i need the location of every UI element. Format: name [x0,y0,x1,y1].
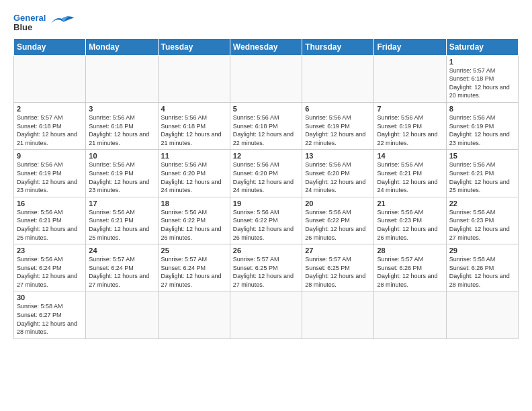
day-info: Sunrise: 5:57 AM Sunset: 6:18 PM Dayligh… [17,113,83,147]
calendar-cell: 30Sunrise: 5:58 AM Sunset: 6:27 PM Dayli… [14,291,86,338]
day-info: Sunrise: 5:56 AM Sunset: 6:18 PM Dayligh… [161,113,227,147]
calendar-cell: 14Sunrise: 5:56 AM Sunset: 6:21 PM Dayli… [374,150,446,197]
calendar-week-2: 2Sunrise: 5:57 AM Sunset: 6:18 PM Daylig… [14,102,519,149]
calendar-cell: 12Sunrise: 5:56 AM Sunset: 6:20 PM Dayli… [230,150,302,197]
calendar-cell: 10Sunrise: 5:56 AM Sunset: 6:19 PM Dayli… [86,150,158,197]
calendar-cell [302,291,374,338]
calendar-cell: 11Sunrise: 5:56 AM Sunset: 6:20 PM Dayli… [158,150,230,197]
day-info: Sunrise: 5:56 AM Sunset: 6:19 PM Dayligh… [305,113,371,147]
day-info: Sunrise: 5:56 AM Sunset: 6:18 PM Dayligh… [89,113,154,147]
calendar-cell: 9Sunrise: 5:56 AM Sunset: 6:19 PM Daylig… [14,150,86,197]
day-number: 26 [233,246,299,255]
day-info: Sunrise: 5:56 AM Sunset: 6:21 PM Dayligh… [377,161,443,194]
day-number: 14 [377,152,443,160]
calendar-cell: 25Sunrise: 5:57 AM Sunset: 6:24 PM Dayli… [158,244,230,291]
day-info: Sunrise: 5:56 AM Sunset: 6:19 PM Dayligh… [17,161,83,194]
day-info: Sunrise: 5:56 AM Sunset: 6:18 PM Dayligh… [233,113,299,147]
day-info: Sunrise: 5:57 AM Sunset: 6:25 PM Dayligh… [305,255,371,289]
day-number: 6 [305,105,371,113]
day-number: 25 [161,246,227,255]
col-header-sunday: Sunday [14,38,86,55]
calendar-cell [86,291,158,338]
col-header-friday: Friday [374,38,446,55]
day-number: 21 [377,199,443,208]
calendar-cell [374,55,446,102]
day-number: 10 [89,152,154,160]
calendar-cell: 3Sunrise: 5:56 AM Sunset: 6:18 PM Daylig… [86,102,158,149]
calendar-cell: 15Sunrise: 5:56 AM Sunset: 6:21 PM Dayli… [446,150,518,197]
day-number: 13 [305,152,371,160]
logo-bird-icon [48,13,75,27]
day-info: Sunrise: 5:56 AM Sunset: 6:23 PM Dayligh… [449,208,515,242]
logo-text: GeneralBlue [13,13,46,33]
calendar-cell: 27Sunrise: 5:57 AM Sunset: 6:25 PM Dayli… [302,244,374,291]
day-number: 28 [377,246,443,255]
calendar-cell [230,55,302,102]
day-info: Sunrise: 5:56 AM Sunset: 6:22 PM Dayligh… [161,208,227,242]
calendar-cell: 6Sunrise: 5:56 AM Sunset: 6:19 PM Daylig… [302,102,374,149]
day-number: 2 [17,105,83,113]
calendar-cell [374,291,446,338]
day-number: 19 [233,199,299,208]
title-area [89,11,519,12]
day-info: Sunrise: 5:57 AM Sunset: 6:24 PM Dayligh… [161,255,227,289]
calendar-cell: 4Sunrise: 5:56 AM Sunset: 6:18 PM Daylig… [158,102,230,149]
calendar-cell: 2Sunrise: 5:57 AM Sunset: 6:18 PM Daylig… [14,102,86,149]
calendar-week-1: 1Sunrise: 5:57 AM Sunset: 6:18 PM Daylig… [14,55,519,102]
day-info: Sunrise: 5:57 AM Sunset: 6:18 PM Dayligh… [449,66,515,100]
calendar-cell: 17Sunrise: 5:56 AM Sunset: 6:21 PM Dayli… [86,197,158,244]
day-number: 20 [305,199,371,208]
day-info: Sunrise: 5:56 AM Sunset: 6:23 PM Dayligh… [377,208,443,242]
day-info: Sunrise: 5:58 AM Sunset: 6:26 PM Dayligh… [449,255,515,289]
day-number: 22 [449,199,515,208]
calendar-cell [86,55,158,102]
day-number: 16 [17,199,83,208]
calendar: SundayMondayTuesdayWednesdayThursdayFrid… [13,38,519,339]
calendar-cell [14,55,86,102]
col-header-tuesday: Tuesday [158,38,230,55]
calendar-cell [230,291,302,338]
day-number: 8 [449,105,515,113]
calendar-cell: 16Sunrise: 5:56 AM Sunset: 6:21 PM Dayli… [14,197,86,244]
calendar-week-3: 9Sunrise: 5:56 AM Sunset: 6:19 PM Daylig… [14,150,519,197]
calendar-cell [446,291,518,338]
day-info: Sunrise: 5:58 AM Sunset: 6:27 PM Dayligh… [17,302,83,336]
calendar-cell: 24Sunrise: 5:57 AM Sunset: 6:24 PM Dayli… [86,244,158,291]
day-info: Sunrise: 5:56 AM Sunset: 6:19 PM Dayligh… [89,161,154,194]
day-number: 23 [17,246,83,255]
day-number: 12 [233,152,299,160]
calendar-header-row: SundayMondayTuesdayWednesdayThursdayFrid… [14,38,519,55]
col-header-monday: Monday [86,38,158,55]
col-header-saturday: Saturday [446,38,518,55]
calendar-cell: 7Sunrise: 5:56 AM Sunset: 6:19 PM Daylig… [374,102,446,149]
col-header-thursday: Thursday [302,38,374,55]
header: GeneralBlue [13,11,519,33]
calendar-cell: 22Sunrise: 5:56 AM Sunset: 6:23 PM Dayli… [446,197,518,244]
day-number: 1 [449,58,515,66]
calendar-cell: 13Sunrise: 5:56 AM Sunset: 6:20 PM Dayli… [302,150,374,197]
calendar-cell: 20Sunrise: 5:56 AM Sunset: 6:22 PM Dayli… [302,197,374,244]
day-info: Sunrise: 5:56 AM Sunset: 6:20 PM Dayligh… [233,161,299,194]
day-number: 9 [17,152,83,160]
day-info: Sunrise: 5:56 AM Sunset: 6:21 PM Dayligh… [89,208,154,242]
calendar-cell: 23Sunrise: 5:56 AM Sunset: 6:24 PM Dayli… [14,244,86,291]
calendar-cell [158,55,230,102]
day-info: Sunrise: 5:56 AM Sunset: 6:22 PM Dayligh… [305,208,371,242]
calendar-cell: 19Sunrise: 5:56 AM Sunset: 6:22 PM Dayli… [230,197,302,244]
day-info: Sunrise: 5:57 AM Sunset: 6:24 PM Dayligh… [89,255,154,289]
day-info: Sunrise: 5:56 AM Sunset: 6:24 PM Dayligh… [17,255,83,289]
calendar-cell: 5Sunrise: 5:56 AM Sunset: 6:18 PM Daylig… [230,102,302,149]
calendar-cell: 1Sunrise: 5:57 AM Sunset: 6:18 PM Daylig… [446,55,518,102]
day-info: Sunrise: 5:56 AM Sunset: 6:21 PM Dayligh… [449,161,515,194]
day-info: Sunrise: 5:57 AM Sunset: 6:25 PM Dayligh… [233,255,299,289]
day-info: Sunrise: 5:56 AM Sunset: 6:22 PM Dayligh… [233,208,299,242]
day-info: Sunrise: 5:57 AM Sunset: 6:26 PM Dayligh… [377,255,443,289]
calendar-cell [302,55,374,102]
calendar-cell: 18Sunrise: 5:56 AM Sunset: 6:22 PM Dayli… [158,197,230,244]
day-number: 30 [17,293,83,302]
calendar-cell: 29Sunrise: 5:58 AM Sunset: 6:26 PM Dayli… [446,244,518,291]
day-info: Sunrise: 5:56 AM Sunset: 6:19 PM Dayligh… [449,113,515,147]
calendar-cell [158,291,230,338]
day-number: 15 [449,152,515,160]
day-number: 18 [161,199,227,208]
